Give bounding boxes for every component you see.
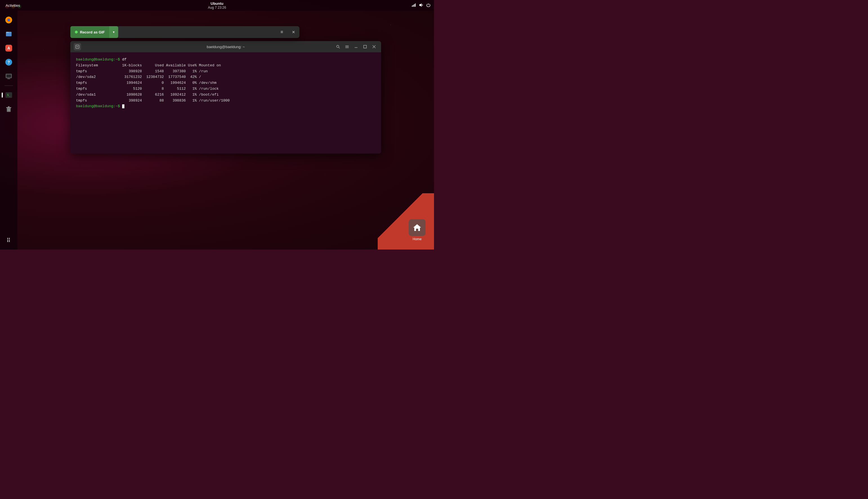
svg-rect-2	[413, 4, 414, 7]
svg-line-29	[77, 46, 78, 47]
terminal-output-row-3: tmpfs 5120 8 5112 1% /run/lock	[76, 86, 375, 92]
record-indicator	[75, 31, 78, 34]
svg-rect-17	[7, 74, 11, 77]
terminal-output-row-4: /dev/sda1 1098628 6216 1092412 1% /boot/…	[76, 92, 375, 98]
terminal-title: baeldung@baeldung: ~	[207, 45, 244, 49]
main-content: Record as GIF ▾ ≡ ✕ bae	[17, 11, 434, 250]
record-dropdown-button[interactable]: ▾	[109, 26, 118, 38]
terminal-output-row-2: tmpfs 1994624 0 1994624 0% /dev/shm	[76, 80, 375, 86]
svg-rect-1	[413, 5, 413, 7]
terminal-output-row-5: tmpfs 398924 88 398836 1% /run/user/1000	[76, 98, 375, 104]
terminal-output-header: Filesystem 1K-blocks Used Available Use%…	[76, 63, 375, 69]
apps-grid-button[interactable]: ⠿	[4, 235, 13, 246]
home-widget[interactable]: Home	[409, 219, 425, 241]
svg-rect-18	[7, 78, 10, 79]
svg-rect-33	[345, 47, 349, 47]
svg-rect-32	[345, 46, 349, 46]
chevron-down-icon: ▾	[113, 30, 114, 34]
menu-icon: ≡	[280, 29, 283, 35]
terminal-close-button[interactable]	[370, 43, 378, 50]
record-gif-button[interactable]: Record as GIF	[70, 26, 109, 38]
network-icon[interactable]	[411, 3, 416, 8]
home-label: Home	[413, 237, 422, 241]
svg-line-28	[76, 46, 77, 47]
sidebar-item-help[interactable]: ?	[3, 56, 15, 68]
topbar-title: Ubuntu	[210, 1, 223, 5]
home-icon	[409, 219, 425, 236]
terminal-minimize-button[interactable]	[352, 43, 360, 50]
svg-line-31	[339, 48, 340, 49]
toolbar-close-button[interactable]: ✕	[288, 26, 300, 38]
svg-rect-11	[7, 32, 9, 33]
svg-rect-34	[345, 48, 349, 48]
topbar-datetime: Aug 7 23:26	[208, 5, 226, 10]
svg-rect-36	[364, 45, 366, 48]
sidebar-item-files[interactable]	[3, 28, 15, 40]
close-icon: ✕	[292, 30, 295, 34]
sidebar-item-trash[interactable]	[3, 103, 15, 115]
terminal-prompt-1: baeldung@baeldung:~$	[76, 57, 120, 62]
svg-text:A: A	[7, 46, 10, 50]
svg-rect-10	[6, 33, 12, 36]
terminal-prompt-2: baeldung@baeldung:~$	[76, 104, 120, 108]
svg-rect-3	[414, 4, 415, 7]
power-icon[interactable]	[426, 3, 431, 8]
svg-rect-4	[415, 3, 416, 7]
terminal-titlebar-right	[334, 43, 378, 50]
svg-rect-22	[6, 107, 11, 108]
svg-rect-23	[8, 106, 10, 107]
terminal-output-row-0: tmpfs 398928 1548 397380 1% /run	[76, 69, 375, 74]
sidebar-item-terminal[interactable]: $_	[3, 89, 15, 101]
sound-icon[interactable]	[419, 3, 423, 8]
svg-point-30	[337, 45, 339, 48]
terminal-command: df	[122, 57, 126, 62]
svg-text:?: ?	[8, 60, 10, 64]
svg-rect-0	[412, 5, 412, 7]
topbar-center: Ubuntu Aug 7 23:26	[208, 1, 226, 10]
record-toolbar: Record as GIF ▾ ≡ ✕	[70, 26, 300, 38]
sidebar-item-appstore[interactable]: A	[3, 42, 15, 54]
toolbar-menu-button[interactable]: ≡	[276, 26, 288, 38]
record-button-label: Record as GIF	[80, 30, 105, 34]
terminal-titlebar: baeldung@baeldung: ~	[70, 41, 381, 52]
terminal-prompt-line: baeldung@baeldung:~$	[76, 104, 375, 109]
terminal-maximize-button[interactable]	[361, 43, 369, 50]
svg-marker-5	[419, 3, 422, 7]
sidebar-bottom: ⠿	[4, 235, 13, 246]
topbar-left: Activities	[3, 2, 22, 9]
topbar: Activities Ubuntu Aug 7 23:26	[0, 0, 434, 11]
sidebar-item-media[interactable]	[3, 70, 15, 82]
terminal-titlebar-left	[74, 43, 81, 50]
terminal-menu-button[interactable]	[343, 43, 351, 50]
svg-text:$_: $_	[7, 93, 11, 97]
terminal-search-button[interactable]	[334, 43, 342, 50]
terminal-window: baeldung@baeldung: ~	[70, 41, 381, 154]
sidebar-item-firefox[interactable]	[3, 14, 15, 26]
sidebar: A ? $_ ⠿	[0, 11, 17, 250]
terminal-output-row-1: /dev/sda2 31761232 12384732 17737540 42%…	[76, 74, 375, 80]
terminal-command-line: baeldung@baeldung:~$ df	[76, 57, 375, 63]
terminal-back-button[interactable]	[74, 43, 81, 50]
topbar-right	[411, 3, 431, 8]
terminal-cursor	[122, 104, 124, 108]
activities-button[interactable]: Activities	[3, 2, 22, 9]
terminal-content[interactable]: baeldung@baeldung:~$ df Filesystem 1K-bl…	[70, 52, 381, 154]
svg-point-8	[8, 19, 10, 21]
